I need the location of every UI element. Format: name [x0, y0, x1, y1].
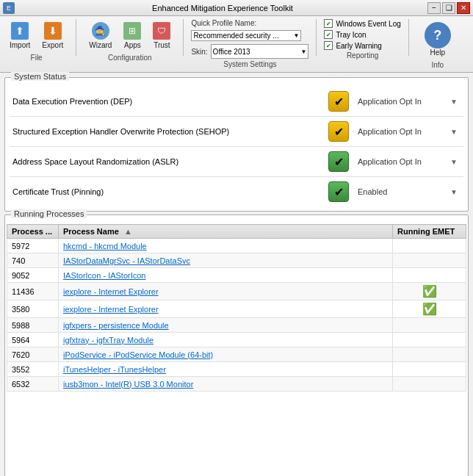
table-row: 5988igfxpers - persistence Module [7, 318, 466, 333]
process-pid: 5964 [7, 333, 59, 347]
reporting-checkboxes: ✔ Windows Event Log ✔ Tray Icon ✔ Early … [324, 19, 400, 50]
file-buttons: ⬆ Import ⬇ Export [4, 19, 68, 52]
quick-profile-dropdown[interactable]: Recommended security ... ▼ [191, 30, 301, 41]
status-row: Data Execution Prevention (DEP)✔Applicat… [10, 87, 463, 117]
process-pid: 740 [7, 253, 59, 268]
divider-1 [76, 19, 76, 56]
trust-button[interactable]: 🛡 Trust [148, 19, 176, 52]
proc-content: Process ... Process Name ▲ Running EMET … [5, 215, 468, 393]
help-button[interactable]: ? Help [419, 19, 456, 60]
process-emet [393, 268, 466, 283]
status-label: Application Opt In [352, 127, 447, 136]
process-name-link[interactable]: iTunesHelper - iTunesHelper [63, 365, 166, 374]
process-emet [393, 362, 466, 377]
quick-profile-row: Quick Profile Name: [191, 19, 308, 27]
system-settings-label: System Settings [191, 60, 308, 68]
process-name-link[interactable]: IAStorDataMgrSvc - IAStorDataSvc [63, 256, 190, 265]
restore-button[interactable]: ❑ [442, 2, 455, 14]
chevron-icon: ▼ [450, 158, 461, 166]
process-table: Process ... Process Name ▲ Running EMET … [7, 224, 466, 392]
process-pid: 5972 [7, 239, 59, 253]
sort-arrow-icon: ▲ [124, 227, 132, 236]
process-name-link[interactable]: iexplore - Internet Explorer [63, 305, 159, 314]
table-row: 5964igfxtray - igfxTray Module [7, 333, 466, 347]
status-item-name: Address Space Layout Randomization (ASLR… [12, 157, 325, 166]
table-row: 7620iPodService - iPodService Module (64… [7, 347, 466, 362]
divider-3 [316, 19, 317, 56]
table-row: 5972hkcmd - hkcmd Module [7, 239, 466, 253]
process-table-body: 5972hkcmd - hkcmd Module740IAStorDataMgr… [7, 239, 466, 392]
skin-row: Skin: Office 2013 ▼ [191, 44, 308, 59]
status-icon: ✔ [328, 181, 349, 202]
status-row: Certificate Trust (Pinning)✔Enabled▼ [10, 177, 463, 206]
import-button[interactable]: ⬆ Import [4, 19, 35, 52]
process-pid: 5988 [7, 318, 59, 333]
trust-icon: 🛡 [153, 22, 170, 40]
process-pid: 9052 [7, 268, 59, 283]
early-warning-checkbox[interactable]: ✔ [324, 41, 333, 50]
minimize-button[interactable]: − [427, 2, 441, 14]
col-header-name: Process Name ▲ [59, 225, 393, 239]
process-pid: 7620 [7, 347, 59, 362]
process-emet [393, 253, 466, 268]
status-icon: ✔ [328, 151, 349, 172]
status-label: Enabled [352, 187, 447, 196]
early-warning-row: ✔ Early Warning [324, 41, 400, 50]
process-name[interactable]: igfxtray - igfxTray Module [59, 333, 393, 347]
status-rows: Data Execution Prevention (DEP)✔Applicat… [10, 87, 463, 206]
process-name[interactable]: IAStorIcon - IAStorIcon [59, 268, 393, 283]
title-bar-controls: − ❑ ✕ [427, 2, 470, 14]
process-name-link[interactable]: iPodService - iPodService Module (64-bit… [63, 350, 213, 359]
apps-button[interactable]: ⊞ Apps [118, 19, 146, 52]
process-emet [393, 239, 466, 253]
export-icon: ⬇ [44, 22, 62, 40]
process-name[interactable]: iexplore - Internet Explorer [59, 283, 393, 300]
process-name-link[interactable]: hkcmd - hkcmd Module [63, 242, 147, 250]
process-emet [393, 318, 466, 333]
process-name[interactable]: iPodService - iPodService Module (64-bit… [59, 347, 393, 362]
process-pid: 3552 [7, 362, 59, 377]
chevron-icon: ▼ [450, 188, 461, 196]
process-name-link[interactable]: IAStorIcon - IAStorIcon [63, 271, 146, 280]
table-row: 3580iexplore - Internet Explorer✅ [7, 300, 466, 318]
info-group-label: Info [431, 61, 444, 69]
main-content: System Status Data Execution Prevention … [0, 73, 473, 476]
process-name[interactable]: igfxpers - persistence Module [59, 318, 393, 333]
process-name-link[interactable]: igfxpers - persistence Module [63, 321, 169, 330]
process-name-link[interactable]: iexplore - Internet Explorer [63, 287, 159, 296]
divider-4 [408, 19, 409, 56]
col-header-emet: Running EMET [393, 225, 466, 239]
status-item-name: Structured Exception Handler Overwrite P… [12, 127, 325, 136]
wizard-button[interactable]: 🧙 Wizard [84, 19, 117, 52]
process-pid: 6532 [7, 377, 59, 392]
status-item-name: Data Execution Prevention (DEP) [12, 97, 325, 106]
close-button[interactable]: ✕ [457, 2, 470, 14]
status-label: Application Opt In [352, 157, 447, 166]
status-row: Structured Exception Handler Overwrite P… [10, 117, 463, 147]
tray-icon-checkbox[interactable]: ✔ [324, 30, 333, 39]
table-row: 740IAStorDataMgrSvc - IAStorDataSvc [7, 253, 466, 268]
settings-fields: Quick Profile Name: Recommended security… [191, 19, 308, 59]
process-name[interactable]: IAStorDataMgrSvc - IAStorDataSvc [59, 253, 393, 268]
skin-dropdown[interactable]: Office 2013 ▼ [211, 44, 309, 59]
process-name-link[interactable]: igfxtray - igfxTray Module [63, 336, 154, 345]
process-name[interactable]: hkcmd - hkcmd Module [59, 239, 393, 253]
status-icon: ✔ [328, 91, 349, 112]
file-group-label: File [31, 54, 43, 62]
table-row: 3552iTunesHelper - iTunesHelper [7, 362, 466, 377]
process-emet [393, 377, 466, 392]
windows-event-log-row: ✔ Windows Event Log [324, 19, 400, 28]
process-name[interactable]: iTunesHelper - iTunesHelper [59, 362, 393, 377]
config-buttons: 🧙 Wizard ⊞ Apps 🛡 Trust [84, 19, 176, 52]
status-row: Address Space Layout Randomization (ASLR… [10, 147, 463, 177]
title-bar-text: Enhanced Mitigation Experience Toolkit [18, 4, 427, 12]
process-name[interactable]: iusb3mon - Intel(R) USB 3.0 Monitor [59, 377, 393, 392]
process-emet [393, 347, 466, 362]
windows-event-log-checkbox[interactable]: ✔ [324, 19, 333, 28]
process-name-link[interactable]: iusb3mon - Intel(R) USB 3.0 Monitor [63, 380, 193, 389]
process-emet [393, 333, 466, 347]
toolbar: ⬆ Import ⬇ Export File 🧙 Wizard ⊞ Apps 🛡… [0, 16, 473, 73]
export-button[interactable]: ⬇ Export [37, 19, 68, 52]
process-name[interactable]: iexplore - Internet Explorer [59, 300, 393, 318]
process-pid: 11436 [7, 283, 59, 300]
